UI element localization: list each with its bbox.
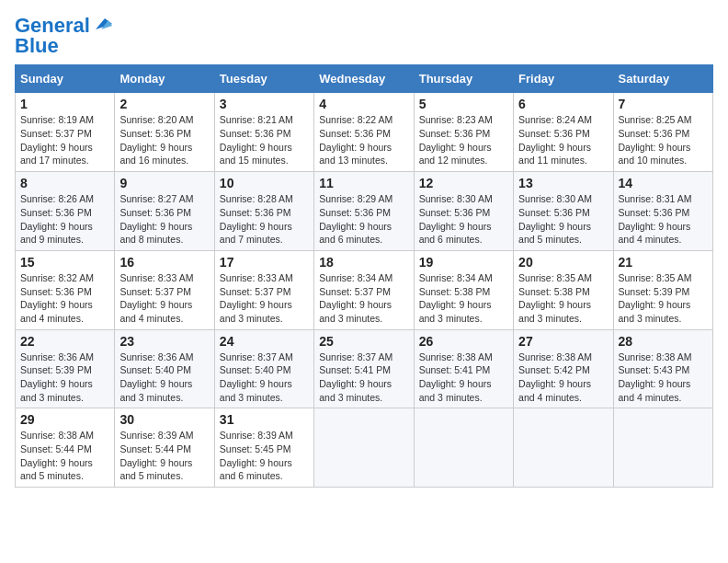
day-number: 6 [518, 97, 608, 111]
day-info: Sunrise: 8:35 AM Sunset: 5:38 PM Dayligh… [518, 271, 608, 326]
day-number: 9 [119, 176, 209, 190]
day-number: 21 [619, 255, 708, 270]
day-number: 14 [619, 176, 708, 190]
col-header-friday: Friday [514, 65, 613, 93]
day-info: Sunrise: 8:22 AM Sunset: 5:36 PM Dayligh… [319, 113, 408, 167]
day-cell-31: 31Sunrise: 8:39 AM Sunset: 5:45 PM Dayli… [214, 408, 313, 488]
day-number: 4 [319, 97, 408, 111]
day-info: Sunrise: 8:36 AM Sunset: 5:40 PM Dayligh… [119, 350, 209, 405]
day-cell-5: 5Sunrise: 8:23 AM Sunset: 5:36 PM Daylig… [414, 93, 513, 172]
day-number: 29 [20, 412, 109, 427]
day-info: Sunrise: 8:25 AM Sunset: 5:36 PM Dayligh… [619, 113, 708, 167]
day-number: 17 [220, 255, 309, 270]
day-cell-10: 10Sunrise: 8:28 AM Sunset: 5:36 PM Dayli… [214, 172, 313, 251]
day-cell-20: 20Sunrise: 8:35 AM Sunset: 5:38 PM Dayli… [514, 250, 613, 329]
day-cell-18: 18Sunrise: 8:34 AM Sunset: 5:37 PM Dayli… [314, 250, 414, 329]
day-info: Sunrise: 8:27 AM Sunset: 5:36 PM Dayligh… [119, 192, 209, 247]
day-info: Sunrise: 8:30 AM Sunset: 5:36 PM Dayligh… [419, 192, 508, 247]
day-info: Sunrise: 8:21 AM Sunset: 5:36 PM Dayligh… [220, 113, 309, 167]
day-info: Sunrise: 8:39 AM Sunset: 5:45 PM Dayligh… [220, 429, 309, 483]
col-header-tuesday: Tuesday [214, 65, 313, 93]
day-cell-21: 21Sunrise: 8:35 AM Sunset: 5:39 PM Dayli… [613, 250, 712, 329]
day-number: 16 [119, 255, 209, 270]
day-info: Sunrise: 8:33 AM Sunset: 5:37 PM Dayligh… [119, 271, 209, 326]
day-info: Sunrise: 8:34 AM Sunset: 5:37 PM Dayligh… [319, 271, 408, 326]
day-cell-8: 8Sunrise: 8:26 AM Sunset: 5:36 PM Daylig… [16, 172, 115, 251]
day-number: 10 [220, 176, 309, 190]
empty-cell [414, 408, 513, 488]
day-number: 15 [20, 255, 109, 270]
calendar-week-5: 29Sunrise: 8:38 AM Sunset: 5:44 PM Dayli… [16, 408, 713, 488]
day-info: Sunrise: 8:33 AM Sunset: 5:37 PM Dayligh… [220, 271, 309, 326]
day-cell-1: 1Sunrise: 8:19 AM Sunset: 5:37 PM Daylig… [16, 93, 115, 172]
day-cell-25: 25Sunrise: 8:37 AM Sunset: 5:41 PM Dayli… [314, 329, 414, 408]
day-cell-17: 17Sunrise: 8:33 AM Sunset: 5:37 PM Dayli… [214, 250, 313, 329]
day-cell-9: 9Sunrise: 8:27 AM Sunset: 5:36 PM Daylig… [115, 172, 214, 251]
day-info: Sunrise: 8:26 AM Sunset: 5:36 PM Dayligh… [20, 192, 109, 247]
calendar-week-3: 15Sunrise: 8:32 AM Sunset: 5:36 PM Dayli… [16, 250, 713, 329]
col-header-thursday: Thursday [414, 65, 513, 93]
day-number: 28 [619, 334, 708, 349]
day-info: Sunrise: 8:38 AM Sunset: 5:43 PM Dayligh… [619, 350, 708, 405]
day-info: Sunrise: 8:30 AM Sunset: 5:36 PM Dayligh… [518, 192, 608, 247]
calendar-week-4: 22Sunrise: 8:36 AM Sunset: 5:39 PM Dayli… [16, 329, 713, 408]
day-number: 11 [319, 176, 408, 190]
day-number: 8 [20, 176, 109, 190]
day-info: Sunrise: 8:24 AM Sunset: 5:36 PM Dayligh… [518, 113, 608, 167]
day-cell-26: 26Sunrise: 8:38 AM Sunset: 5:41 PM Dayli… [414, 329, 513, 408]
day-cell-15: 15Sunrise: 8:32 AM Sunset: 5:36 PM Dayli… [16, 250, 115, 329]
col-header-monday: Monday [115, 65, 214, 93]
day-number: 22 [20, 334, 109, 349]
day-cell-23: 23Sunrise: 8:36 AM Sunset: 5:40 PM Dayli… [115, 329, 214, 408]
day-number: 12 [419, 176, 508, 190]
day-number: 30 [119, 412, 209, 427]
day-info: Sunrise: 8:38 AM Sunset: 5:44 PM Dayligh… [20, 429, 109, 483]
day-cell-3: 3Sunrise: 8:21 AM Sunset: 5:36 PM Daylig… [214, 93, 313, 172]
day-info: Sunrise: 8:37 AM Sunset: 5:40 PM Dayligh… [220, 350, 309, 405]
day-number: 23 [119, 334, 209, 349]
day-cell-19: 19Sunrise: 8:34 AM Sunset: 5:38 PM Dayli… [414, 250, 513, 329]
day-cell-27: 27Sunrise: 8:38 AM Sunset: 5:42 PM Dayli… [514, 329, 613, 408]
day-cell-4: 4Sunrise: 8:22 AM Sunset: 5:36 PM Daylig… [314, 93, 414, 172]
day-info: Sunrise: 8:31 AM Sunset: 5:36 PM Dayligh… [619, 192, 708, 247]
day-info: Sunrise: 8:19 AM Sunset: 5:37 PM Dayligh… [20, 113, 109, 167]
day-cell-28: 28Sunrise: 8:38 AM Sunset: 5:43 PM Dayli… [613, 329, 712, 408]
day-number: 25 [319, 334, 408, 349]
day-cell-29: 29Sunrise: 8:38 AM Sunset: 5:44 PM Dayli… [16, 408, 115, 488]
day-number: 5 [419, 97, 508, 111]
day-info: Sunrise: 8:37 AM Sunset: 5:41 PM Dayligh… [319, 350, 408, 405]
day-number: 3 [220, 97, 309, 111]
day-cell-2: 2Sunrise: 8:20 AM Sunset: 5:36 PM Daylig… [115, 93, 214, 172]
day-info: Sunrise: 8:38 AM Sunset: 5:41 PM Dayligh… [419, 350, 508, 405]
day-number: 2 [119, 97, 209, 111]
calendar-week-1: 1Sunrise: 8:19 AM Sunset: 5:37 PM Daylig… [16, 93, 713, 172]
day-number: 19 [419, 255, 508, 270]
logo: General Blue [15, 15, 90, 57]
day-info: Sunrise: 8:36 AM Sunset: 5:39 PM Dayligh… [20, 350, 109, 405]
day-cell-24: 24Sunrise: 8:37 AM Sunset: 5:40 PM Dayli… [214, 329, 313, 408]
day-info: Sunrise: 8:23 AM Sunset: 5:36 PM Dayligh… [419, 113, 508, 167]
logo-blue-text: Blue [15, 35, 59, 57]
page-header: General Blue [15, 15, 713, 57]
day-number: 26 [419, 334, 508, 349]
day-number: 31 [220, 412, 309, 427]
logo-icon [92, 17, 112, 31]
calendar-table: SundayMondayTuesdayWednesdayThursdayFrid… [15, 64, 713, 488]
calendar-header-row: SundayMondayTuesdayWednesdayThursdayFrid… [16, 65, 713, 93]
day-info: Sunrise: 8:28 AM Sunset: 5:36 PM Dayligh… [220, 192, 309, 247]
day-cell-6: 6Sunrise: 8:24 AM Sunset: 5:36 PM Daylig… [514, 93, 613, 172]
day-number: 20 [518, 255, 608, 270]
day-cell-16: 16Sunrise: 8:33 AM Sunset: 5:37 PM Dayli… [115, 250, 214, 329]
day-cell-13: 13Sunrise: 8:30 AM Sunset: 5:36 PM Dayli… [514, 172, 613, 251]
col-header-sunday: Sunday [16, 65, 115, 93]
day-cell-7: 7Sunrise: 8:25 AM Sunset: 5:36 PM Daylig… [613, 93, 712, 172]
day-number: 18 [319, 255, 408, 270]
day-cell-14: 14Sunrise: 8:31 AM Sunset: 5:36 PM Dayli… [613, 172, 712, 251]
day-info: Sunrise: 8:29 AM Sunset: 5:36 PM Dayligh… [319, 192, 408, 247]
col-header-wednesday: Wednesday [314, 65, 414, 93]
day-info: Sunrise: 8:32 AM Sunset: 5:36 PM Dayligh… [20, 271, 109, 326]
day-info: Sunrise: 8:20 AM Sunset: 5:36 PM Dayligh… [119, 113, 209, 167]
day-number: 1 [20, 97, 109, 111]
calendar-week-2: 8Sunrise: 8:26 AM Sunset: 5:36 PM Daylig… [16, 172, 713, 251]
logo-text: General [15, 14, 90, 37]
